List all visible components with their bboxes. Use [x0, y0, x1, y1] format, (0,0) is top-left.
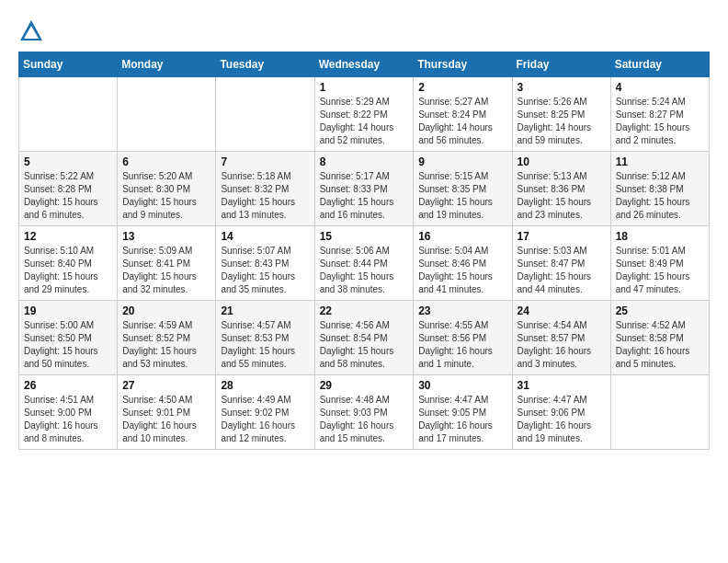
day-info: Sunrise: 5:26 AM Sunset: 8:25 PM Dayligh…: [518, 96, 606, 147]
day-number: 1: [320, 81, 409, 94]
day-number: 14: [221, 230, 309, 243]
day-info: Sunrise: 5:10 AM Sunset: 8:40 PM Dayligh…: [24, 245, 112, 296]
calendar-cell: 6Sunrise: 5:20 AM Sunset: 8:30 PM Daylig…: [118, 152, 216, 226]
day-info: Sunrise: 5:20 AM Sunset: 8:30 PM Dayligh…: [122, 170, 210, 222]
day-number: 4: [616, 81, 704, 94]
calendar-cell: 13Sunrise: 5:09 AM Sunset: 8:41 PM Dayli…: [118, 226, 216, 301]
day-number: 26: [24, 379, 112, 392]
calendar-cell: 15Sunrise: 5:06 AM Sunset: 8:44 PM Dayli…: [314, 226, 414, 301]
day-number: 15: [320, 230, 409, 243]
calendar-cell: 8Sunrise: 5:17 AM Sunset: 8:33 PM Daylig…: [314, 152, 414, 226]
calendar-cell: 10Sunrise: 5:13 AM Sunset: 8:36 PM Dayli…: [512, 152, 610, 226]
day-info: Sunrise: 4:56 AM Sunset: 8:54 PM Dayligh…: [320, 319, 409, 371]
day-number: 17: [518, 230, 606, 243]
calendar-cell: 11Sunrise: 5:12 AM Sunset: 8:38 PM Dayli…: [610, 152, 709, 226]
col-header-friday: Friday: [512, 52, 610, 77]
calendar-week-row: 12Sunrise: 5:10 AM Sunset: 8:40 PM Dayli…: [19, 226, 710, 301]
calendar-cell: 24Sunrise: 4:54 AM Sunset: 8:57 PM Dayli…: [512, 301, 610, 375]
calendar-cell: 30Sunrise: 4:47 AM Sunset: 9:05 PM Dayli…: [414, 375, 512, 450]
day-number: 25: [616, 304, 704, 317]
calendar-cell: 4Sunrise: 5:24 AM Sunset: 8:27 PM Daylig…: [610, 77, 709, 152]
calendar-cell: 7Sunrise: 5:18 AM Sunset: 8:32 PM Daylig…: [216, 152, 314, 226]
day-info: Sunrise: 5:07 AM Sunset: 8:43 PM Dayligh…: [221, 245, 309, 296]
day-number: 21: [221, 304, 309, 317]
header-section: [18, 18, 710, 44]
day-info: Sunrise: 5:12 AM Sunset: 8:38 PM Dayligh…: [616, 170, 704, 222]
day-number: 18: [616, 230, 704, 243]
day-info: Sunrise: 5:04 AM Sunset: 8:46 PM Dayligh…: [418, 245, 506, 296]
calendar-table: SundayMondayTuesdayWednesdayThursdayFrid…: [18, 52, 710, 450]
day-number: 3: [518, 81, 606, 94]
calendar-cell: 31Sunrise: 4:47 AM Sunset: 9:06 PM Dayli…: [512, 375, 610, 450]
day-number: 7: [221, 155, 309, 168]
day-info: Sunrise: 4:49 AM Sunset: 9:02 PM Dayligh…: [221, 394, 309, 445]
day-number: 23: [418, 304, 506, 317]
calendar-cell: 29Sunrise: 4:48 AM Sunset: 9:03 PM Dayli…: [314, 375, 414, 450]
day-info: Sunrise: 5:27 AM Sunset: 8:24 PM Dayligh…: [418, 96, 506, 147]
calendar-cell: 14Sunrise: 5:07 AM Sunset: 8:43 PM Dayli…: [216, 226, 314, 301]
calendar-cell: 19Sunrise: 5:00 AM Sunset: 8:50 PM Dayli…: [19, 301, 118, 375]
day-info: Sunrise: 5:22 AM Sunset: 8:28 PM Dayligh…: [24, 170, 112, 222]
col-header-wednesday: Wednesday: [314, 52, 414, 77]
calendar-cell: 18Sunrise: 5:01 AM Sunset: 8:49 PM Dayli…: [610, 226, 709, 301]
calendar-cell: 21Sunrise: 4:57 AM Sunset: 8:53 PM Dayli…: [216, 301, 314, 375]
day-info: Sunrise: 5:13 AM Sunset: 8:36 PM Dayligh…: [518, 170, 606, 222]
calendar-cell: [610, 375, 709, 450]
day-info: Sunrise: 4:51 AM Sunset: 9:00 PM Dayligh…: [24, 394, 112, 445]
calendar-cell: [216, 77, 314, 152]
day-number: 16: [418, 230, 506, 243]
calendar-cell: 22Sunrise: 4:56 AM Sunset: 8:54 PM Dayli…: [314, 301, 414, 375]
day-number: 29: [320, 379, 409, 392]
day-info: Sunrise: 5:17 AM Sunset: 8:33 PM Dayligh…: [320, 170, 409, 222]
calendar-cell: 1Sunrise: 5:29 AM Sunset: 8:22 PM Daylig…: [314, 77, 414, 152]
col-header-saturday: Saturday: [610, 52, 709, 77]
logo-icon: [18, 18, 44, 44]
day-info: Sunrise: 4:47 AM Sunset: 9:05 PM Dayligh…: [418, 394, 506, 445]
day-number: 31: [518, 379, 606, 392]
calendar-cell: 12Sunrise: 5:10 AM Sunset: 8:40 PM Dayli…: [19, 226, 118, 301]
day-number: 6: [122, 155, 210, 168]
calendar-cell: 28Sunrise: 4:49 AM Sunset: 9:02 PM Dayli…: [216, 375, 314, 450]
day-number: 8: [320, 155, 409, 168]
calendar-cell: 3Sunrise: 5:26 AM Sunset: 8:25 PM Daylig…: [512, 77, 610, 152]
calendar-cell: 16Sunrise: 5:04 AM Sunset: 8:46 PM Dayli…: [414, 226, 512, 301]
day-number: 24: [518, 304, 606, 317]
day-info: Sunrise: 4:52 AM Sunset: 8:58 PM Dayligh…: [616, 319, 704, 371]
calendar-cell: 27Sunrise: 4:50 AM Sunset: 9:01 PM Dayli…: [118, 375, 216, 450]
day-info: Sunrise: 5:24 AM Sunset: 8:27 PM Dayligh…: [616, 96, 704, 147]
day-number: 22: [320, 304, 409, 317]
calendar-cell: 20Sunrise: 4:59 AM Sunset: 8:52 PM Dayli…: [118, 301, 216, 375]
col-header-sunday: Sunday: [19, 52, 118, 77]
day-info: Sunrise: 4:59 AM Sunset: 8:52 PM Dayligh…: [122, 319, 210, 371]
calendar-week-row: 19Sunrise: 5:00 AM Sunset: 8:50 PM Dayli…: [19, 301, 710, 375]
col-header-tuesday: Tuesday: [216, 52, 314, 77]
day-info: Sunrise: 5:03 AM Sunset: 8:47 PM Dayligh…: [518, 245, 606, 296]
day-info: Sunrise: 4:50 AM Sunset: 9:01 PM Dayligh…: [122, 394, 210, 445]
logo: [18, 18, 48, 44]
day-number: 10: [518, 155, 606, 168]
day-info: Sunrise: 5:18 AM Sunset: 8:32 PM Dayligh…: [221, 170, 309, 222]
day-info: Sunrise: 4:48 AM Sunset: 9:03 PM Dayligh…: [320, 394, 409, 445]
calendar-cell: 17Sunrise: 5:03 AM Sunset: 8:47 PM Dayli…: [512, 226, 610, 301]
day-number: 5: [24, 155, 112, 168]
calendar-cell: [118, 77, 216, 152]
calendar-cell: 2Sunrise: 5:27 AM Sunset: 8:24 PM Daylig…: [414, 77, 512, 152]
day-info: Sunrise: 5:00 AM Sunset: 8:50 PM Dayligh…: [24, 319, 112, 371]
calendar-cell: 5Sunrise: 5:22 AM Sunset: 8:28 PM Daylig…: [19, 152, 118, 226]
day-info: Sunrise: 5:09 AM Sunset: 8:41 PM Dayligh…: [122, 245, 210, 296]
day-info: Sunrise: 4:47 AM Sunset: 9:06 PM Dayligh…: [518, 394, 606, 445]
day-number: 13: [122, 230, 210, 243]
calendar-header-row: SundayMondayTuesdayWednesdayThursdayFrid…: [19, 52, 710, 77]
day-number: 30: [418, 379, 506, 392]
calendar-cell: 23Sunrise: 4:55 AM Sunset: 8:56 PM Dayli…: [414, 301, 512, 375]
day-info: Sunrise: 5:29 AM Sunset: 8:22 PM Dayligh…: [320, 96, 409, 147]
day-number: 12: [24, 230, 112, 243]
day-number: 11: [616, 155, 704, 168]
calendar-cell: 9Sunrise: 5:15 AM Sunset: 8:35 PM Daylig…: [414, 152, 512, 226]
day-info: Sunrise: 5:15 AM Sunset: 8:35 PM Dayligh…: [418, 170, 506, 222]
calendar-cell: 26Sunrise: 4:51 AM Sunset: 9:00 PM Dayli…: [19, 375, 118, 450]
col-header-monday: Monday: [118, 52, 216, 77]
day-info: Sunrise: 4:57 AM Sunset: 8:53 PM Dayligh…: [221, 319, 309, 371]
day-info: Sunrise: 4:54 AM Sunset: 8:57 PM Dayligh…: [518, 319, 606, 371]
day-number: 9: [418, 155, 506, 168]
